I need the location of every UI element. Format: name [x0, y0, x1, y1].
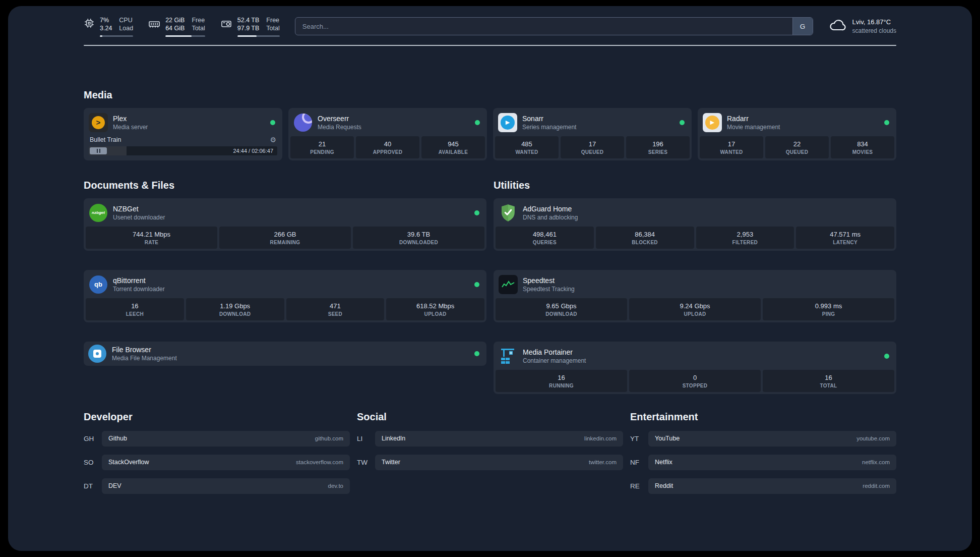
stat-value: 945 [423, 140, 483, 148]
bookmark-abbr: YT [630, 435, 648, 442]
stat-block: 744.21 Mbps RATE [86, 227, 217, 249]
pause-button[interactable] [90, 147, 107, 154]
nzbget-logo-text: nzbget [89, 204, 107, 222]
dashboard: 7% 3.24 CPU Load [8, 6, 972, 551]
cpu-load-value: 3.24 [100, 24, 112, 32]
stat-label: RUNNING [498, 383, 625, 388]
bookmark-name: YouTube [655, 435, 680, 442]
cpu-icon [84, 18, 95, 29]
service-header: Media Portainer Container management [494, 342, 896, 370]
bookmark-link-linkedin[interactable]: LinkedIn linkedin.com [375, 431, 623, 447]
stat-value: 16 [88, 302, 182, 310]
cpu-widget: 7% 3.24 CPU Load [84, 16, 133, 37]
service-card-overseerr[interactable]: Overseerr Media Requests 21 PENDING 40 A… [288, 108, 487, 160]
stat-value: 0 [631, 374, 759, 381]
bookmark-link-twitter[interactable]: Twitter twitter.com [375, 455, 623, 470]
stat-block: 16 TOTAL [763, 370, 894, 392]
service-title: Speedtest [523, 276, 575, 285]
stat-value: 21 [292, 140, 352, 148]
service-header: nzbget NZBGet Usenet downloader [84, 198, 486, 227]
bookmark-name: LinkedIn [382, 435, 405, 442]
service-card-radarr[interactable]: ▶ Radarr Movie management 17 WANTED 22 Q… [698, 108, 896, 160]
bookmark-name: Reddit [655, 482, 673, 489]
service-card-filebrowser[interactable]: File Browser Media File Management [84, 342, 486, 366]
stat-label: SERIES [628, 149, 688, 155]
status-online-dot [270, 120, 275, 125]
search-input[interactable] [295, 18, 792, 35]
stat-value: 471 [288, 302, 383, 310]
service-title: File Browser [112, 346, 177, 354]
stat-value: 17 [563, 140, 622, 148]
stat-value: 17 [702, 140, 761, 148]
bookmark-link-stackoverflow[interactable]: StackOverflow stackoverflow.com [102, 455, 350, 470]
section-title-entertainment: Entertainment [630, 411, 896, 423]
stat-value: 16 [498, 374, 625, 381]
bookmark-link-github[interactable]: Github github.com [102, 431, 350, 447]
service-header: File Browser Media File Management [84, 342, 486, 366]
service-header: Overseerr Media Requests [288, 108, 487, 136]
bookmark-domain: youtube.com [856, 435, 890, 441]
service-stats: 16 LEECH 1.19 Gbps DOWNLOAD 471 SEED [84, 298, 486, 322]
service-subtitle: DNS and adblocking [523, 214, 578, 221]
bookmark-abbr: LI [357, 435, 375, 442]
bookmark-domain: github.com [315, 435, 343, 441]
service-card-portainer[interactable]: Media Portainer Container management 16 … [494, 342, 896, 394]
service-subtitle: Media File Management [112, 355, 177, 362]
stat-label: MOVIES [833, 149, 892, 155]
disk-free-value: 52.4 TB [237, 16, 260, 24]
search-provider-button[interactable]: G [792, 18, 813, 35]
stat-value: 16 [765, 374, 892, 381]
bookmark-link-reddit[interactable]: Reddit reddit.com [648, 478, 896, 494]
bookmark-row: RE Reddit reddit.com [630, 478, 896, 494]
service-card-speedtest[interactable]: Speedtest Speedtest Tracking 9.65 Gbps D… [494, 270, 896, 322]
cpu-usage-fill [100, 35, 102, 37]
speedtest-graph-icon [499, 275, 518, 294]
bookmark-group-social: Social LI LinkedIn linkedin.com TW Twitt… [357, 411, 623, 502]
bookmark-row: SO StackOverflow stackoverflow.com [84, 455, 350, 470]
stat-block: 485 WANTED [495, 136, 559, 158]
playback-progress-bar[interactable]: 24:44 / 02:06:47 [89, 146, 277, 155]
bookmark-abbr: NF [630, 459, 648, 466]
status-online-dot [474, 282, 479, 287]
stat-value: 834 [833, 140, 892, 148]
gear-icon[interactable]: ⚙ [270, 136, 276, 143]
stat-label: AVAILABLE [423, 149, 483, 155]
service-card-plex[interactable]: > Plex Media server Bullet Train ⚙ [84, 108, 282, 160]
stat-label: PENDING [292, 149, 352, 155]
memory-widget: 22 GiB 64 GiB Free Total [148, 16, 205, 37]
service-card-qbittorrent[interactable]: qb qBittorrent Torrent downloader 16 [84, 270, 486, 322]
service-text: Overseerr Media Requests [318, 115, 361, 131]
service-stats: 17 WANTED 22 QUEUED 834 MOVIES [698, 136, 896, 160]
service-card-nzbget[interactable]: nzbget NZBGet Usenet downloader 744.21 M… [84, 198, 486, 251]
bookmark-link-youtube[interactable]: YouTube youtube.com [648, 431, 896, 447]
bookmark-link-netflix[interactable]: Netflix netflix.com [648, 455, 896, 470]
bookmark-domain: netflix.com [862, 459, 890, 465]
stat-label: LATENCY [798, 240, 892, 245]
qbittorrent-logo-text: qb [89, 275, 107, 294]
stat-label: RATE [88, 240, 215, 245]
status-online-dot [884, 354, 889, 359]
stat-value: 266 GB [221, 231, 349, 238]
status-online-dot [474, 351, 479, 356]
stat-block: 9.65 Gbps DOWNLOAD [496, 298, 627, 320]
cpu-label: CPU [119, 16, 133, 24]
section-title-media: Media [84, 89, 896, 101]
stat-value: 1.19 Gbps [188, 302, 282, 310]
playback-time: 24:44 / 02:06:47 [233, 148, 273, 154]
service-header: ▶ Radarr Movie management [698, 108, 896, 136]
service-card-sonarr[interactable]: ▶ Sonarr Series management 485 WANTED 17… [493, 108, 692, 160]
stat-label: DOWNLOADED [355, 240, 482, 245]
overseerr-icon [293, 113, 313, 132]
memory-total-label: Total [192, 24, 205, 32]
stat-label: DOWNLOAD [188, 311, 282, 317]
service-card-adguard[interactable]: AdGuard Home DNS and adblocking 498,461 … [494, 198, 896, 251]
bookmark-row: TW Twitter twitter.com [357, 455, 623, 470]
stat-value: 39.6 TB [355, 231, 482, 238]
portainer-crane-icon [499, 347, 518, 366]
bookmark-abbr: SO [84, 459, 102, 466]
search-bar: G [295, 17, 813, 35]
bookmark-link-dev[interactable]: DEV dev.to [102, 478, 350, 494]
service-subtitle: Media Requests [318, 124, 361, 131]
stat-label: BLOCKED [598, 240, 692, 245]
bookmark-name: DEV [108, 482, 121, 489]
